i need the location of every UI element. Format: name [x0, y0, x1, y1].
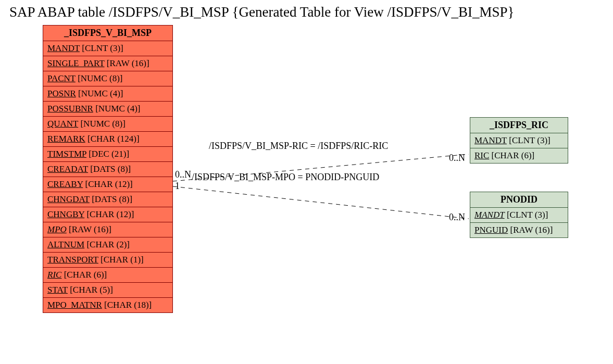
cardinality-left-top: 0..N [175, 169, 191, 180]
entity-pnodid: PNODID MANDT [CLNT (3)]PNGUID [RAW (16)] [470, 192, 568, 238]
field-name[interactable]: RIC [474, 150, 489, 160]
entity-header: _ISDFPS_V_BI_MSP [43, 26, 172, 41]
page-title: SAP ABAP table /ISDFPS/V_BI_MSP {Generat… [9, 4, 515, 20]
field-type: [CHAR (6)] [61, 270, 107, 280]
field-name[interactable]: CHNGDAT [47, 194, 90, 204]
entity-isdfps-v-bi-msp: _ISDFPS_V_BI_MSP MANDT [CLNT (3)]SINGLE_… [43, 25, 173, 313]
field-type: [CHAR (2)] [84, 240, 130, 249]
field-type: [CHAR (18)] [102, 300, 152, 310]
cardinality-right-ric: 0..N [449, 153, 465, 164]
field-type: [CHAR (1)] [98, 255, 144, 265]
field-type: [CHAR (12)] [83, 179, 132, 189]
field-type: [CHAR (6)] [489, 150, 534, 160]
field-name[interactable]: SINGLE_PART [47, 58, 105, 68]
field-name[interactable]: POSSUBNR [47, 104, 93, 114]
field-type: [DATS (8)] [88, 164, 131, 174]
field-type: [RAW (16)] [105, 58, 149, 68]
field-name[interactable]: MPO_MATNR [47, 300, 102, 310]
field-row: SINGLE_PART [RAW (16)] [43, 56, 172, 71]
field-name[interactable]: CHNGBY [47, 209, 84, 219]
field-type: [CLNT (3)] [505, 210, 548, 220]
field-row: CHNGBY [CHAR (12)] [43, 207, 172, 222]
field-name[interactable]: CREADAT [47, 164, 88, 174]
field-name[interactable]: MPO [47, 224, 67, 234]
field-name[interactable]: PNGUID [474, 225, 508, 235]
field-row: MPO [RAW (16)] [43, 222, 172, 237]
field-name[interactable]: MANDT [47, 43, 80, 53]
field-type: [DEC (21)] [86, 149, 129, 159]
relation-label-ric: /ISDFPS/V_BI_MSP-RIC = /ISDFPS/RIC-RIC [209, 141, 388, 152]
field-row: TIMSTMP [DEC (21)] [43, 147, 172, 162]
cardinality-left-bottom: 1 [175, 181, 180, 192]
field-row: MPO_MATNR [CHAR (18)] [43, 298, 172, 312]
field-row: POSSUBNR [NUMC (4)] [43, 102, 172, 117]
field-name[interactable]: REMARK [47, 134, 85, 144]
field-type: [NUMC (8)] [78, 119, 126, 129]
field-row: RIC [CHAR (6)] [43, 268, 172, 283]
field-type: [CHAR (12)] [84, 209, 134, 219]
field-name[interactable]: MANDT [474, 135, 507, 145]
relation-label-mpo: /ISDFPS/V_BI_MSP-MPO = PNODID-PNGUID [192, 172, 379, 183]
field-row: CREABY [CHAR (12)] [43, 177, 172, 192]
field-row: CREADAT [DATS (8)] [43, 162, 172, 177]
field-row: ALTNUM [CHAR (2)] [43, 237, 172, 253]
field-row: PNGUID [RAW (16)] [470, 223, 568, 237]
field-row: PACNT [NUMC (8)] [43, 71, 172, 86]
entity-isdfps-ric: _ISDFPS_RIC MANDT [CLNT (3)]RIC [CHAR (6… [470, 117, 568, 164]
field-name[interactable]: TRANSPORT [47, 255, 98, 265]
field-row: MANDT [CLNT (3)] [470, 208, 568, 223]
field-name[interactable]: ALTNUM [47, 240, 84, 249]
field-type: [RAW (16)] [67, 224, 111, 234]
field-type: [CHAR (124)] [85, 134, 140, 144]
field-type: [CLNT (3)] [507, 135, 551, 145]
field-row: POSNR [NUMC (4)] [43, 86, 172, 102]
field-name[interactable]: TIMSTMP [47, 149, 86, 159]
field-row: STAT [CHAR (5)] [43, 283, 172, 298]
field-row: REMARK [CHAR (124)] [43, 132, 172, 147]
field-name[interactable]: PACNT [47, 73, 76, 83]
field-name[interactable]: QUANT [47, 119, 78, 129]
field-row: MANDT [CLNT (3)] [43, 41, 172, 56]
field-type: [NUMC (8)] [76, 73, 123, 83]
field-type: [NUMC (4)] [93, 104, 141, 114]
field-type: [CLNT (3)] [80, 43, 123, 53]
field-row: RIC [CHAR (6)] [470, 148, 568, 163]
entity-header: PNODID [470, 192, 568, 208]
svg-line-1 [173, 186, 469, 219]
field-type: [DATS (8)] [90, 194, 132, 204]
field-name[interactable]: MANDT [474, 210, 505, 220]
cardinality-right-pnodid: 0..N [449, 212, 465, 223]
field-name[interactable]: CREABY [47, 179, 83, 189]
field-row: QUANT [NUMC (8)] [43, 117, 172, 132]
field-type: [RAW (16)] [508, 225, 553, 235]
field-name[interactable]: RIC [47, 270, 61, 280]
field-row: MANDT [CLNT (3)] [470, 133, 568, 148]
field-name[interactable]: POSNR [47, 89, 76, 98]
field-row: TRANSPORT [CHAR (1)] [43, 253, 172, 268]
field-type: [NUMC (4)] [76, 89, 123, 98]
entity-header: _ISDFPS_RIC [470, 118, 568, 133]
field-row: CHNGDAT [DATS (8)] [43, 192, 172, 207]
field-name[interactable]: STAT [47, 285, 68, 295]
field-type: [CHAR (5)] [68, 285, 113, 295]
